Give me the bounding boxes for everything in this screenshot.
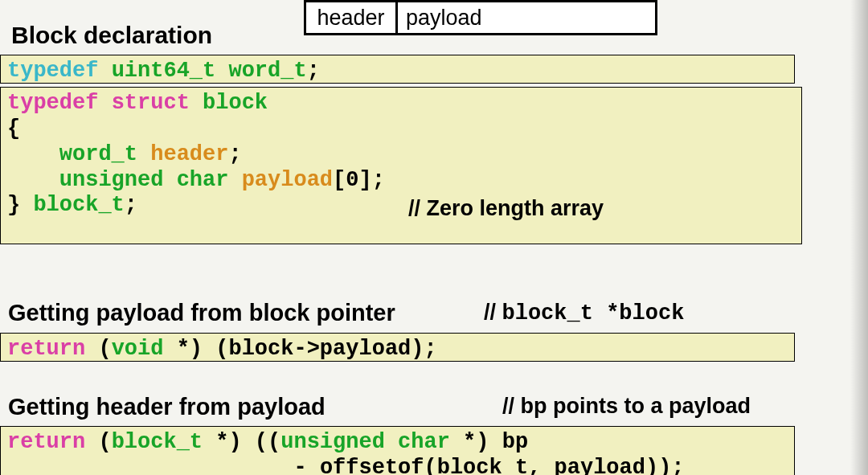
- comment-zero-length-array: // Zero length array: [408, 196, 604, 221]
- kw-typedef: typedef: [7, 91, 98, 115]
- comment-block-pointer: // block_t *block: [484, 300, 684, 326]
- section-title-getting-header: Getting header from payload: [8, 394, 326, 420]
- rbrace: }: [7, 193, 20, 217]
- comment-bp-payload: // bp points to a payload: [502, 394, 751, 419]
- memory-block-diagram: header payload: [304, 0, 657, 35]
- kw-return: return: [7, 430, 85, 454]
- kw-void: void: [112, 337, 164, 361]
- diagram-header-cell: header: [306, 2, 398, 33]
- lbrace: {: [7, 117, 20, 141]
- codebox-return-payload: return (void *) (block->payload);: [0, 333, 795, 362]
- type-block-t: block_t: [33, 193, 124, 217]
- field-header: header: [150, 142, 228, 166]
- comment-prefix: //: [484, 300, 502, 324]
- semicolon: ;: [372, 168, 385, 192]
- diagram-payload-cell: payload: [398, 2, 655, 33]
- section-title-getting-payload: Getting payload from block pointer: [8, 300, 395, 326]
- section-title-block-declaration: Block declaration: [11, 22, 212, 49]
- arr-bracket: [0]: [333, 168, 372, 192]
- type-unsigned-char: unsigned char: [59, 168, 229, 192]
- codebox-typedef-word: typedef uint64_t word_t;: [0, 55, 795, 84]
- type-word-t: word_t: [228, 59, 306, 83]
- fn-offsetof: offsetof: [320, 456, 424, 475]
- struct-name-block: block: [203, 91, 268, 115]
- semicolon: ;: [125, 193, 137, 217]
- kw-typedef: typedef: [7, 59, 98, 83]
- type-unsigned-char: unsigned char: [280, 430, 450, 454]
- codebox-return-header: return (block_t *) ((unsigned char *) bp…: [0, 426, 795, 475]
- type-uint64: uint64_t: [112, 59, 216, 83]
- code-inline-block-ptr: block_t *block: [502, 301, 685, 326]
- right-edge-shadow: [850, 0, 868, 475]
- kw-struct: struct: [112, 91, 190, 115]
- offsetof-args: (block t, payload));: [424, 456, 685, 475]
- kw-return: return: [7, 337, 85, 361]
- type-word-t: word_t: [59, 142, 137, 166]
- type-block-t: block_t: [112, 430, 203, 454]
- codebox-struct-block: typedef struct block { word_t header; un…: [0, 87, 802, 244]
- semicolon: ;: [228, 142, 241, 166]
- semicolon: ;: [307, 59, 320, 83]
- expr-block-payload: (block->payload);: [203, 337, 437, 361]
- field-payload: payload: [242, 168, 333, 192]
